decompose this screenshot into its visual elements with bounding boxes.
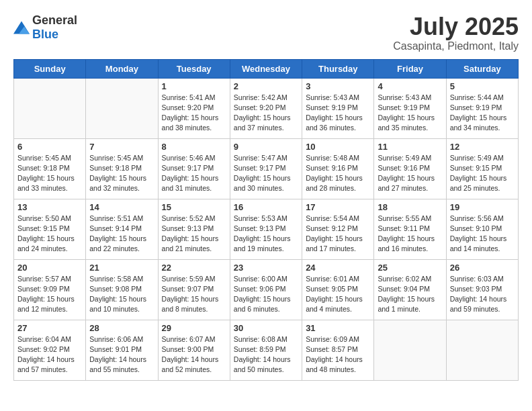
day-info: Sunrise: 6:02 AM Sunset: 9:04 PM Dayligh… [378, 274, 442, 315]
calendar-cell: 12Sunrise: 5:49 AM Sunset: 9:15 PM Dayli… [446, 138, 518, 199]
calendar-cell: 11Sunrise: 5:49 AM Sunset: 9:16 PM Dayli… [374, 138, 446, 199]
day-number: 11 [378, 142, 442, 152]
day-number: 17 [306, 202, 370, 212]
day-number: 10 [306, 142, 370, 152]
calendar-body: 1Sunrise: 5:41 AM Sunset: 9:20 PM Daylig… [14, 78, 519, 380]
day-info: Sunrise: 6:01 AM Sunset: 9:05 PM Dayligh… [306, 274, 370, 315]
calendar-cell: 18Sunrise: 5:55 AM Sunset: 9:11 PM Dayli… [374, 199, 446, 259]
calendar-cell: 29Sunrise: 6:07 AM Sunset: 9:00 PM Dayli… [158, 320, 230, 380]
weekday-header-cell: Thursday [302, 59, 374, 78]
day-info: Sunrise: 5:58 AM Sunset: 9:08 PM Dayligh… [89, 274, 154, 315]
title-area: July 2025 Casapinta, Piedmont, Italy [393, 13, 519, 52]
location-title: Casapinta, Piedmont, Italy [393, 40, 519, 52]
calendar-cell: 6Sunrise: 5:45 AM Sunset: 9:18 PM Daylig… [14, 138, 86, 199]
calendar-cell [374, 320, 446, 380]
day-number: 23 [234, 263, 298, 273]
day-info: Sunrise: 5:49 AM Sunset: 9:16 PM Dayligh… [378, 153, 442, 194]
logo-text: General Blue [32, 13, 77, 42]
day-number: 24 [306, 263, 370, 273]
logo: General Blue [13, 13, 77, 42]
day-info: Sunrise: 5:44 AM Sunset: 9:19 PM Dayligh… [450, 93, 515, 134]
weekday-header-cell: Monday [86, 59, 158, 78]
page-header: General Blue July 2025 Casapinta, Piedmo… [13, 13, 519, 52]
calendar-cell: 15Sunrise: 5:52 AM Sunset: 9:13 PM Dayli… [158, 199, 230, 259]
day-number: 8 [162, 142, 226, 152]
day-number: 14 [89, 202, 154, 212]
logo-blue: Blue [32, 28, 58, 41]
calendar-cell: 19Sunrise: 5:56 AM Sunset: 9:10 PM Dayli… [446, 199, 518, 259]
calendar-cell: 16Sunrise: 5:53 AM Sunset: 9:13 PM Dayli… [230, 199, 302, 259]
day-number: 2 [234, 81, 298, 91]
calendar-cell: 4Sunrise: 5:43 AM Sunset: 9:19 PM Daylig… [374, 78, 446, 138]
calendar-cell [86, 78, 158, 138]
calendar-cell [14, 78, 86, 138]
day-number: 29 [162, 323, 226, 333]
calendar-cell: 13Sunrise: 5:50 AM Sunset: 9:15 PM Dayli… [14, 199, 86, 259]
calendar-cell: 7Sunrise: 5:45 AM Sunset: 9:18 PM Daylig… [86, 138, 158, 199]
calendar-cell: 20Sunrise: 5:57 AM Sunset: 9:09 PM Dayli… [14, 259, 86, 320]
day-info: Sunrise: 5:53 AM Sunset: 9:13 PM Dayligh… [234, 214, 298, 255]
day-info: Sunrise: 6:06 AM Sunset: 9:01 PM Dayligh… [89, 334, 154, 375]
day-number: 25 [378, 263, 442, 273]
day-info: Sunrise: 6:09 AM Sunset: 8:57 PM Dayligh… [306, 334, 370, 375]
day-number: 12 [450, 142, 515, 152]
day-info: Sunrise: 5:43 AM Sunset: 9:19 PM Dayligh… [378, 93, 442, 134]
calendar-cell: 10Sunrise: 5:48 AM Sunset: 9:16 PM Dayli… [302, 138, 374, 199]
day-number: 30 [234, 323, 298, 333]
calendar-cell: 9Sunrise: 5:47 AM Sunset: 9:17 PM Daylig… [230, 138, 302, 199]
calendar-cell: 14Sunrise: 5:51 AM Sunset: 9:14 PM Dayli… [86, 199, 158, 259]
weekday-header-cell: Wednesday [230, 59, 302, 78]
day-info: Sunrise: 6:00 AM Sunset: 9:06 PM Dayligh… [234, 274, 298, 315]
calendar-week-row: 27Sunrise: 6:04 AM Sunset: 9:02 PM Dayli… [14, 320, 519, 380]
day-info: Sunrise: 5:45 AM Sunset: 9:18 PM Dayligh… [17, 153, 82, 194]
calendar-week-row: 13Sunrise: 5:50 AM Sunset: 9:15 PM Dayli… [14, 199, 519, 259]
day-info: Sunrise: 5:42 AM Sunset: 9:20 PM Dayligh… [234, 93, 298, 134]
logo-icon [13, 21, 30, 34]
calendar-cell: 23Sunrise: 6:00 AM Sunset: 9:06 PM Dayli… [230, 259, 302, 320]
day-number: 28 [89, 323, 154, 333]
calendar-cell: 27Sunrise: 6:04 AM Sunset: 9:02 PM Dayli… [14, 320, 86, 380]
day-info: Sunrise: 5:50 AM Sunset: 9:15 PM Dayligh… [17, 214, 82, 255]
calendar-cell: 21Sunrise: 5:58 AM Sunset: 9:08 PM Dayli… [86, 259, 158, 320]
calendar-cell: 8Sunrise: 5:46 AM Sunset: 9:17 PM Daylig… [158, 138, 230, 199]
day-info: Sunrise: 6:03 AM Sunset: 9:03 PM Dayligh… [450, 274, 515, 315]
calendar-cell: 28Sunrise: 6:06 AM Sunset: 9:01 PM Dayli… [86, 320, 158, 380]
calendar-table: SundayMondayTuesdayWednesdayThursdayFrid… [13, 59, 519, 381]
calendar-cell: 26Sunrise: 6:03 AM Sunset: 9:03 PM Dayli… [446, 259, 518, 320]
day-number: 18 [378, 202, 442, 212]
day-number: 31 [306, 323, 370, 333]
day-info: Sunrise: 5:59 AM Sunset: 9:07 PM Dayligh… [162, 274, 226, 315]
calendar-cell: 17Sunrise: 5:54 AM Sunset: 9:12 PM Dayli… [302, 199, 374, 259]
day-info: Sunrise: 5:41 AM Sunset: 9:20 PM Dayligh… [162, 93, 226, 134]
calendar-cell: 31Sunrise: 6:09 AM Sunset: 8:57 PM Dayli… [302, 320, 374, 380]
day-number: 9 [234, 142, 298, 152]
weekday-header-row: SundayMondayTuesdayWednesdayThursdayFrid… [14, 59, 519, 78]
day-info: Sunrise: 6:04 AM Sunset: 9:02 PM Dayligh… [17, 334, 82, 375]
day-number: 1 [162, 81, 226, 91]
day-number: 16 [234, 202, 298, 212]
day-number: 3 [306, 81, 370, 91]
calendar-week-row: 1Sunrise: 5:41 AM Sunset: 9:20 PM Daylig… [14, 78, 519, 138]
day-info: Sunrise: 6:07 AM Sunset: 9:00 PM Dayligh… [162, 334, 226, 375]
day-number: 13 [17, 202, 82, 212]
month-title: July 2025 [393, 13, 519, 40]
day-number: 5 [450, 81, 515, 91]
day-info: Sunrise: 5:52 AM Sunset: 9:13 PM Dayligh… [162, 214, 226, 255]
calendar-cell: 2Sunrise: 5:42 AM Sunset: 9:20 PM Daylig… [230, 78, 302, 138]
calendar-cell: 30Sunrise: 6:08 AM Sunset: 8:59 PM Dayli… [230, 320, 302, 380]
day-info: Sunrise: 5:56 AM Sunset: 9:10 PM Dayligh… [450, 214, 515, 255]
day-info: Sunrise: 5:55 AM Sunset: 9:11 PM Dayligh… [378, 214, 442, 255]
calendar-cell: 1Sunrise: 5:41 AM Sunset: 9:20 PM Daylig… [158, 78, 230, 138]
weekday-header-cell: Saturday [446, 59, 518, 78]
day-number: 15 [162, 202, 226, 212]
logo-general: General [32, 13, 77, 27]
day-info: Sunrise: 5:48 AM Sunset: 9:16 PM Dayligh… [306, 153, 370, 194]
day-number: 19 [450, 202, 515, 212]
day-info: Sunrise: 5:45 AM Sunset: 9:18 PM Dayligh… [89, 153, 154, 194]
day-number: 20 [17, 263, 82, 273]
day-info: Sunrise: 6:08 AM Sunset: 8:59 PM Dayligh… [234, 334, 298, 375]
day-number: 27 [17, 323, 82, 333]
day-number: 26 [450, 263, 515, 273]
day-number: 7 [89, 142, 154, 152]
day-number: 21 [89, 263, 154, 273]
